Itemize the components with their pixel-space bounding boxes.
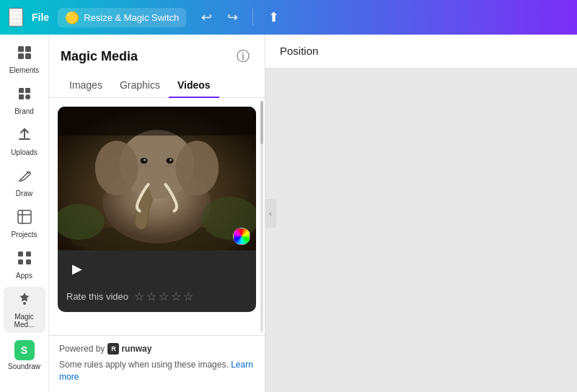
topbar: ☰ File 🟡 Resize & Magic Switch ↩ ↪ ⬆ [0,0,577,35]
scrollbar-track[interactable] [260,101,263,332]
play-button[interactable]: ▶ [66,258,88,280]
sidebar-projects-label: Projects [11,231,37,239]
svg-rect-1 [25,46,31,52]
title-label: Resize & Magic Switch [84,12,179,23]
star-5[interactable]: ☆ [183,290,193,303]
panel-title: Magic Media [61,49,138,64]
tab-videos[interactable]: Videos [169,74,219,98]
redo-button[interactable]: ↪ [221,6,244,29]
uploads-icon [17,127,32,146]
scrollbar-thumb[interactable] [260,101,263,144]
sidebar-brand-label: Brand [14,107,34,115]
canvas-area: Position ‹ [265,35,577,392]
sidebar-item-uploads[interactable]: Uploads [4,122,45,161]
sidebar-magic-media-label: Magic Med... [6,313,43,329]
undo-redo-group: ↩ ↪ [195,6,244,29]
star-rating[interactable]: ☆ ☆ ☆ ☆ ☆ [134,290,193,303]
runway-logo: R runway [107,343,151,355]
sidebar-apps-label: Apps [16,272,32,280]
cloud-save-button[interactable]: ⬆ [262,6,285,29]
main-area: Elements Brand Uploads [0,35,577,392]
sidebar-item-draw[interactable]: Draw [4,164,45,202]
magic-media-panel: Magic Media ⓘ Images Graphics Videos [49,35,265,392]
elephant-image [58,107,256,251]
runway-icon: R [107,343,119,355]
star-2[interactable]: ☆ [146,290,157,303]
resize-magic-switch-button[interactable]: 🟡 Resize & Magic Switch [58,8,186,27]
apps-icon [17,250,32,270]
star-4[interactable]: ☆ [171,290,181,303]
video-controls: ▶ [58,251,256,287]
powered-by: Powered by R runway [59,343,255,355]
rating-section: Rate this video ☆ ☆ ☆ ☆ ☆ [58,287,256,312]
collapse-panel-handle[interactable]: ‹ [265,199,276,228]
position-toolbar: Position [265,35,577,68]
sidebar-item-apps[interactable]: Apps [4,246,45,284]
menu-button[interactable]: ☰ [9,8,23,27]
draw-icon [17,168,32,187]
svg-rect-14 [26,259,31,264]
panel-content: ▶ Rate this video ☆ ☆ ☆ ☆ ☆ [49,98,265,335]
svg-rect-12 [26,251,31,257]
svg-point-25 [169,159,172,161]
svg-rect-8 [18,210,31,223]
star-3[interactable]: ☆ [159,290,169,303]
brand-icon [17,86,32,105]
svg-point-7 [25,94,30,99]
svg-point-21 [175,141,219,195]
svg-rect-6 [19,94,24,99]
svg-point-24 [144,159,146,161]
soundraw-logo-icon: S [14,340,35,360]
svg-rect-13 [18,259,23,264]
rating-label: Rate this video [66,291,128,302]
runway-label: runway [121,344,151,354]
undo-button[interactable]: ↩ [195,6,218,29]
sidebar-item-magic-media[interactable]: Magic Med... [4,287,45,333]
sidebar-item-elements[interactable]: Elements [4,40,45,79]
sidebar-item-soundraw[interactable]: S Soundraw [4,336,45,375]
svg-rect-26 [58,107,256,135]
sidebar-soundraw-label: Soundraw [8,362,40,370]
svg-rect-11 [18,251,23,257]
file-button[interactable]: File [32,12,49,23]
sidebar-item-brand[interactable]: Brand [4,81,45,120]
svg-rect-3 [25,53,31,59]
sidebar-uploads-label: Uploads [11,148,38,156]
svg-rect-4 [19,88,24,93]
magic-media-icon [17,291,32,311]
svg-rect-2 [18,53,24,59]
topbar-divider [252,9,253,26]
info-button[interactable]: ⓘ [233,46,253,66]
elements-icon [17,45,32,64]
video-thumbnail [58,107,256,251]
rules-text: Some rules apply when using these images… [59,359,255,383]
tab-images[interactable]: Images [61,74,111,98]
position-label: Position [280,45,318,57]
sidebar-item-projects[interactable]: Projects [4,205,45,243]
svg-point-20 [95,141,138,195]
sidebar-elements-label: Elements [9,66,40,74]
tab-graphics[interactable]: Graphics [111,74,169,98]
color-wheel-icon [233,228,250,245]
projects-icon [17,209,32,228]
panel-header: Magic Media ⓘ [49,35,265,66]
svg-rect-0 [18,46,24,52]
video-card: ▶ Rate this video ☆ ☆ ☆ ☆ ☆ [58,107,256,312]
star-1[interactable]: ☆ [134,290,144,303]
panel-footer: Powered by R runway Some rules apply whe… [49,335,265,392]
panel-tabs: Images Graphics Videos [49,66,265,98]
sidebar-draw-label: Draw [16,190,32,197]
powered-text: Powered by [59,344,105,354]
svg-rect-5 [25,88,30,93]
title-icon: 🟡 [65,11,79,24]
icon-sidebar: Elements Brand Uploads [0,35,49,392]
svg-point-15 [23,302,26,305]
